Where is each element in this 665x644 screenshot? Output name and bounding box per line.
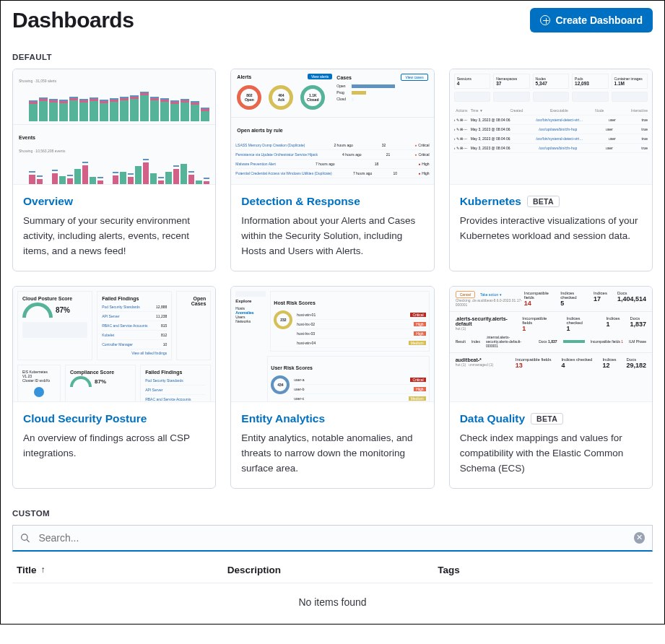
plus-circle-icon (540, 15, 550, 25)
card-desc-detection-response: Information about your Alerts and Cases … (241, 214, 423, 259)
card-cloud-security-posture[interactable]: Cloud Posture Score 87% Failed Findings … (12, 286, 216, 489)
search-input[interactable] (37, 531, 633, 544)
beta-badge: BETA (527, 196, 560, 207)
page-title: Dashboards (12, 8, 134, 32)
search-bar[interactable]: ✕ (12, 525, 653, 552)
card-desc-csp: An overview of findings across all CSP i… (23, 431, 205, 461)
create-dashboard-button[interactable]: Create Dashboard (530, 8, 653, 32)
card-detection-response[interactable]: Alerts View alerts 802Open 464Ack 1.1KCl… (230, 69, 434, 271)
card-title-data-quality: Data Quality BETA (460, 412, 642, 425)
search-icon (20, 533, 30, 543)
thumb-kubernetes: Sessions4 Namespaces37 Nodes5,347 Pods12… (450, 69, 652, 185)
card-kubernetes[interactable]: Sessions4 Namespaces37 Nodes5,347 Pods12… (449, 69, 653, 271)
thumb-overview: Showing · 31,059 alerts (13, 69, 215, 185)
clear-search-icon[interactable]: ✕ (634, 532, 645, 544)
card-title-kubernetes: Kubernetes BETA (460, 195, 642, 208)
card-desc-data-quality: Check index mappings and values for comp… (460, 431, 642, 477)
sort-ascending-icon: ↑ (41, 565, 45, 575)
default-cards-grid: Showing · 31,059 alerts (12, 69, 653, 489)
svg-point-0 (22, 534, 27, 540)
column-title[interactable]: Title ↑ (17, 565, 227, 575)
thumb-csp: Cloud Posture Score 87% Failed Findings … (13, 287, 215, 402)
column-description[interactable]: Description (227, 565, 438, 575)
empty-state: No items found (12, 583, 653, 612)
svg-line-1 (27, 539, 29, 541)
card-desc-entity-analytics: Entity analytics, notable anomalies, and… (241, 431, 423, 477)
card-desc-kubernetes: Provides interactive visualizations of y… (460, 214, 642, 244)
card-data-quality[interactable]: Cancel Take action ▾ Checking .ds-auditb… (449, 286, 653, 489)
default-section-label: DEFAULT (12, 53, 653, 61)
thumb-data-quality: Cancel Take action ▾ Checking .ds-auditb… (450, 287, 652, 402)
thumb-entity-analytics: Explore Hosts Anomalies Users Networks H… (231, 287, 433, 402)
column-tags[interactable]: Tags (438, 565, 648, 575)
custom-table-header: Title ↑ Description Tags (12, 552, 653, 583)
card-title-entity-analytics: Entity Analytics (241, 412, 423, 425)
card-title-overview: Overview (23, 195, 205, 208)
card-title-detection-response: Detection & Response (241, 195, 423, 208)
create-dashboard-label: Create Dashboard (555, 14, 643, 26)
card-title-csp: Cloud Security Posture (23, 412, 205, 425)
thumb-detection-response: Alerts View alerts 802Open 464Ack 1.1KCl… (231, 69, 433, 185)
card-desc-overview: Summary of your security environment act… (23, 214, 205, 259)
card-entity-analytics[interactable]: Explore Hosts Anomalies Users Networks H… (230, 286, 434, 489)
card-overview[interactable]: Showing · 31,059 alerts (12, 69, 216, 271)
beta-badge: BETA (531, 413, 563, 425)
custom-section-label: CUSTOM (12, 509, 653, 518)
